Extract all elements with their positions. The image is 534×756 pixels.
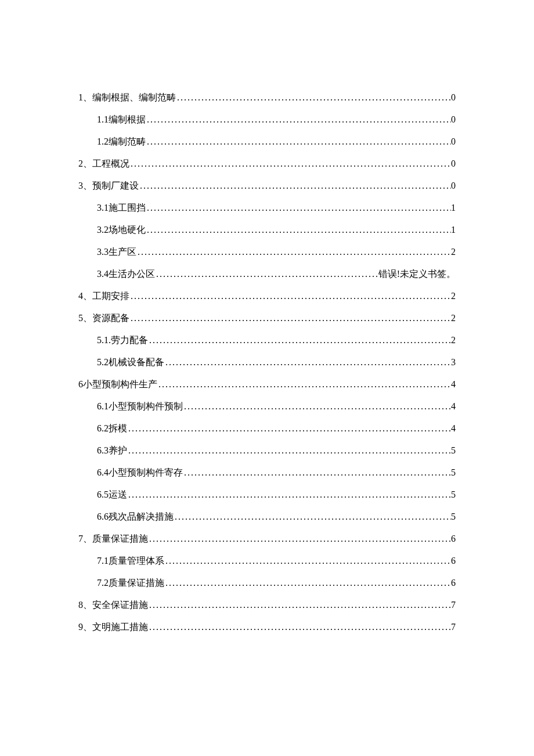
toc-leader-dots xyxy=(157,380,451,389)
toc-page-number: 0 xyxy=(451,181,456,190)
toc-label: 6.6残次品解决措施 xyxy=(97,512,174,521)
toc-leader-dots xyxy=(127,446,451,455)
toc-page-number: 0 xyxy=(451,137,456,146)
toc-leader-dots xyxy=(176,93,451,102)
toc-page-number: 1 xyxy=(451,203,456,213)
toc-page-number: 0 xyxy=(451,115,456,124)
toc-page-number: 错误!未定义书签。 xyxy=(378,269,456,279)
toc-leader-dots xyxy=(146,225,451,235)
toc-label: 1.2编制范畴 xyxy=(97,137,146,146)
toc-leader-dots xyxy=(136,247,451,257)
toc-entry: 2、工程概况0 xyxy=(78,159,456,168)
toc-entry: 6.3养护5 xyxy=(78,446,456,455)
toc-label: 6小型预制构件生产 xyxy=(78,380,157,389)
toc-page-number: 7 xyxy=(451,622,456,632)
toc-leader-dots xyxy=(129,314,451,323)
toc-entry: 5.1.劳力配备2 xyxy=(78,336,456,345)
toc-page-number: 2 xyxy=(451,291,456,301)
toc-entry: 4、工期安排2 xyxy=(78,291,456,301)
toc-label: 5.1.劳力配备 xyxy=(97,336,148,345)
table-of-contents: 1、编制根据、编制范畴01.1编制根据01.2编制范畴02、工程概况03、预制厂… xyxy=(78,93,456,632)
toc-entry: 9、文明施工措施7 xyxy=(78,622,456,632)
toc-label: 3、预制厂建设 xyxy=(78,181,139,190)
toc-entry: 6.4小型预制构件寄存5 xyxy=(78,468,456,477)
toc-page-number: 5 xyxy=(451,490,456,499)
toc-leader-dots xyxy=(148,534,451,543)
toc-entry: 6.2拆模4 xyxy=(78,424,456,433)
toc-page-number: 7 xyxy=(451,600,456,610)
toc-label: 3.3生产区 xyxy=(97,247,136,257)
toc-entry: 5、资源配备2 xyxy=(78,314,456,323)
toc-label: 3.4生活办公区 xyxy=(97,269,155,279)
toc-leader-dots xyxy=(127,424,451,433)
toc-entry: 3.2场地硬化1 xyxy=(78,225,456,235)
toc-entry: 7.1质量管理体系6 xyxy=(78,556,456,566)
toc-page-number: 0 xyxy=(451,93,456,102)
toc-leader-dots xyxy=(155,269,378,279)
toc-label: 3.2场地硬化 xyxy=(97,225,146,235)
toc-page-number: 6 xyxy=(451,578,456,588)
toc-label: 7.1质量管理体系 xyxy=(97,556,164,566)
toc-page-number: 4 xyxy=(451,402,456,411)
toc-entry: 6.5运送5 xyxy=(78,490,456,499)
toc-page-number: 4 xyxy=(451,380,456,389)
toc-page-number: 2 xyxy=(451,314,456,323)
toc-label: 6.5运送 xyxy=(97,490,127,499)
toc-label: 1.1编制根据 xyxy=(97,115,146,124)
toc-label: 6.1小型预制构件预制 xyxy=(97,402,183,411)
toc-leader-dots xyxy=(129,291,451,301)
toc-page-number: 5 xyxy=(451,512,456,521)
toc-entry: 1.2编制范畴0 xyxy=(78,137,456,146)
toc-label: 6.3养护 xyxy=(97,446,127,455)
toc-entry: 6.6残次品解决措施5 xyxy=(78,512,456,521)
toc-leader-dots xyxy=(127,490,451,499)
toc-label: 2、工程概况 xyxy=(78,159,129,168)
toc-label: 6.2拆模 xyxy=(97,424,127,433)
toc-page-number: 2 xyxy=(451,336,456,345)
toc-entry: 3.4生活办公区错误!未定义书签。 xyxy=(78,269,456,279)
toc-page-number: 6 xyxy=(451,534,456,543)
toc-leader-dots xyxy=(129,159,451,168)
toc-entry: 7、质量保证措施6 xyxy=(78,534,456,543)
toc-page-number: 5 xyxy=(451,468,456,477)
toc-label: 3.1施工围挡 xyxy=(97,203,146,213)
toc-label: 4、工期安排 xyxy=(78,291,129,301)
toc-label: 6.4小型预制构件寄存 xyxy=(97,468,183,477)
toc-label: 7、质量保证措施 xyxy=(78,534,148,543)
toc-entry: 6小型预制构件生产4 xyxy=(78,380,456,389)
toc-leader-dots xyxy=(164,556,451,566)
toc-entry: 6.1小型预制构件预制4 xyxy=(78,402,456,411)
toc-page-number: 4 xyxy=(451,424,456,433)
toc-leader-dots xyxy=(146,137,451,146)
toc-label: 9、文明施工措施 xyxy=(78,622,148,632)
toc-leader-dots xyxy=(146,203,451,213)
toc-page-number: 6 xyxy=(451,556,456,566)
toc-entry: 5.2机械设备配备3 xyxy=(78,358,456,367)
toc-label: 5、资源配备 xyxy=(78,314,129,323)
toc-entry: 3.1施工围挡1 xyxy=(78,203,456,213)
toc-leader-dots xyxy=(148,600,451,610)
toc-entry: 1.1编制根据0 xyxy=(78,115,456,124)
toc-entry: 8、安全保证措施7 xyxy=(78,600,456,610)
toc-leader-dots xyxy=(139,181,451,190)
toc-entry: 7.2质量保证措施6 xyxy=(78,578,456,588)
toc-page-number: 3 xyxy=(451,358,456,367)
toc-leader-dots xyxy=(148,622,451,632)
toc-leader-dots xyxy=(183,468,451,477)
toc-entry: 3、预制厂建设0 xyxy=(78,181,456,190)
toc-entry: 3.3生产区2 xyxy=(78,247,456,257)
toc-leader-dots xyxy=(174,512,451,521)
toc-label: 8、安全保证措施 xyxy=(78,600,148,610)
toc-label: 7.2质量保证措施 xyxy=(97,578,164,588)
toc-leader-dots xyxy=(148,336,451,345)
toc-leader-dots xyxy=(183,402,451,411)
toc-label: 1、编制根据、编制范畴 xyxy=(78,93,176,102)
toc-page-number: 2 xyxy=(451,247,456,257)
toc-leader-dots xyxy=(164,578,451,588)
toc-page-number: 0 xyxy=(451,159,456,168)
toc-leader-dots xyxy=(164,358,451,367)
toc-page-number: 5 xyxy=(451,446,456,455)
toc-label: 5.2机械设备配备 xyxy=(97,358,164,367)
toc-entry: 1、编制根据、编制范畴0 xyxy=(78,93,456,102)
toc-page-number: 1 xyxy=(451,225,456,235)
